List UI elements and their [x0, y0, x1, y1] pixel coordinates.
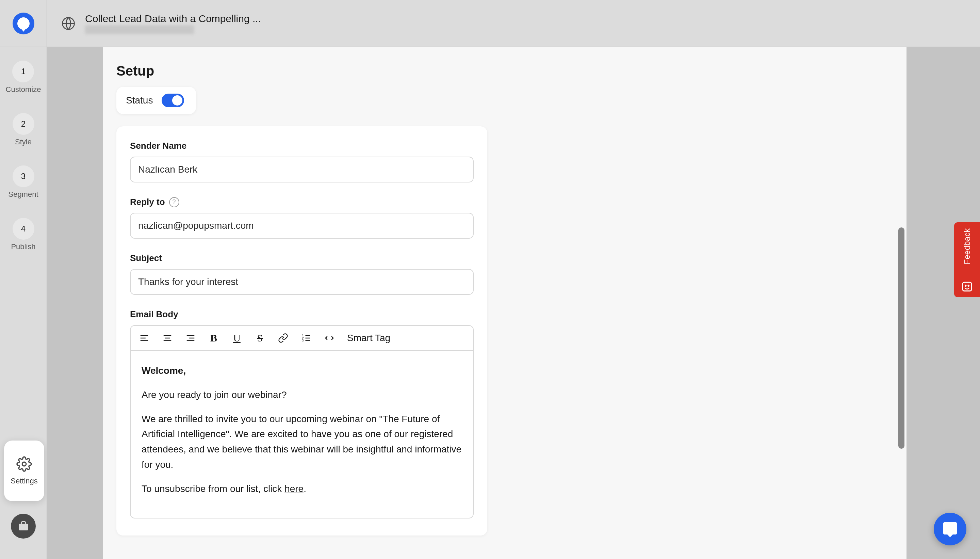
page-subtitle-blurred: [85, 25, 194, 34]
step-number: 2: [13, 113, 35, 135]
status-label: Status: [126, 95, 153, 106]
subject-input[interactable]: [130, 269, 474, 295]
help-icon[interactable]: ?: [169, 197, 179, 207]
step-customize[interactable]: 1 Customize: [6, 61, 41, 94]
briefcase-button[interactable]: [11, 514, 36, 539]
main-content: Setup Status Sender Name Reply to ?: [47, 47, 980, 559]
feedback-label: Feedback: [962, 228, 972, 264]
svg-text:3: 3: [302, 339, 304, 342]
svg-point-20: [968, 285, 969, 286]
chat-icon: [942, 521, 958, 537]
step-style[interactable]: 2 Style: [13, 113, 35, 146]
email-paragraph: We are thrilled to invite you to our upc…: [142, 412, 462, 473]
step-label: Publish: [11, 242, 35, 251]
step-label: Style: [15, 137, 31, 146]
email-body-field: Email Body B U: [130, 309, 474, 518]
header-content: Collect Lead Data with a Compelling ...: [47, 13, 261, 34]
step-number: 1: [12, 61, 34, 83]
svg-rect-18: [963, 282, 972, 291]
align-center-icon[interactable]: [162, 332, 173, 344]
toggle-knob: [172, 95, 182, 106]
sender-name-label: Sender Name: [130, 141, 186, 151]
setup-heading: Setup: [116, 63, 893, 79]
page-title: Collect Lead Data with a Compelling ...: [85, 13, 261, 25]
align-left-icon[interactable]: [139, 332, 150, 344]
editor-toolbar: B U S 123 Smart Tag: [131, 326, 473, 351]
settings-button[interactable]: Settings: [4, 440, 44, 501]
app-logo: [13, 13, 35, 35]
reply-to-field: Reply to ?: [130, 197, 474, 239]
unsub-prefix: To unsubscribe from our list, click: [142, 483, 284, 494]
editor-container: B U S 123 Smart Tag: [130, 325, 474, 518]
email-body-label: Email Body: [130, 309, 178, 320]
step-publish[interactable]: 4 Publish: [11, 218, 35, 251]
align-right-icon[interactable]: [185, 332, 196, 344]
step-label: Segment: [8, 190, 38, 199]
logo-container[interactable]: [0, 0, 47, 47]
unsub-suffix: .: [304, 483, 306, 494]
scrollbar[interactable]: [898, 166, 906, 541]
svg-point-19: [965, 285, 966, 286]
subject-field: Subject: [130, 253, 474, 295]
strikethrough-icon[interactable]: S: [254, 332, 266, 344]
email-line1: Are you ready to join our webinar?: [142, 387, 462, 403]
code-icon[interactable]: [324, 332, 335, 344]
subject-label: Subject: [130, 253, 162, 263]
sender-name-input[interactable]: [130, 157, 474, 182]
step-number: 4: [13, 218, 35, 240]
ordered-list-icon[interactable]: 123: [301, 332, 312, 344]
settings-label: Settings: [10, 476, 38, 485]
scrollbar-thumb[interactable]: [898, 227, 904, 449]
email-form-card: Sender Name Reply to ? Subject: [116, 126, 487, 536]
status-card: Status: [116, 87, 196, 114]
step-label: Customize: [6, 85, 41, 94]
topbar: Collect Lead Data with a Compelling ...: [0, 0, 980, 47]
email-unsubscribe: To unsubscribe from our list, click here…: [142, 481, 462, 497]
link-icon[interactable]: [278, 332, 289, 344]
editor-body[interactable]: Welcome, Are you ready to join our webin…: [131, 351, 473, 518]
smile-icon: [961, 281, 973, 293]
svg-point-1: [22, 462, 26, 466]
smart-tag-button[interactable]: Smart Tag: [347, 332, 390, 344]
sender-name-field: Sender Name: [130, 141, 474, 182]
svg-rect-2: [19, 524, 28, 531]
bold-icon[interactable]: B: [208, 332, 219, 344]
unsubscribe-link[interactable]: here: [284, 483, 304, 494]
feedback-tab[interactable]: Feedback: [954, 222, 980, 297]
status-toggle[interactable]: [162, 94, 184, 107]
step-number: 3: [13, 165, 35, 187]
step-segment[interactable]: 3 Segment: [8, 165, 38, 199]
setup-panel: Setup Status Sender Name Reply to ?: [103, 47, 906, 559]
reply-to-label: Reply to: [130, 197, 165, 207]
reply-to-input[interactable]: [130, 213, 474, 239]
gear-icon: [16, 456, 32, 472]
underline-icon[interactable]: U: [231, 332, 242, 344]
globe-icon: [61, 17, 76, 31]
briefcase-icon: [17, 520, 30, 533]
chat-launcher[interactable]: [934, 513, 967, 546]
sidebar: 1 Customize 2 Style 3 Segment 4 Publish …: [0, 47, 47, 559]
email-greeting: Welcome,: [142, 363, 462, 379]
